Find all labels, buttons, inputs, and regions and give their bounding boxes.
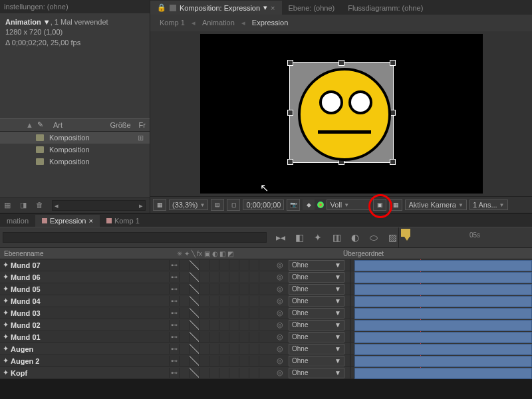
switch-cell[interactable] xyxy=(219,272,229,282)
switch-cell[interactable] xyxy=(179,344,189,354)
layer-bar[interactable] xyxy=(354,260,532,271)
switch-cell[interactable]: ⊷ xyxy=(169,272,179,282)
close-icon[interactable]: × xyxy=(271,4,275,12)
switch-cell[interactable] xyxy=(249,356,259,366)
switch-cell[interactable] xyxy=(189,368,199,378)
layer-name[interactable]: Augen xyxy=(11,345,166,353)
switch-cell[interactable] xyxy=(199,308,209,318)
col-layername[interactable]: Ebenenname xyxy=(0,250,173,257)
switch-cell[interactable] xyxy=(219,356,229,366)
tab-composition[interactable]: 🔒 Komposition: Expression ▾ × xyxy=(150,1,282,15)
camera-dropdown[interactable]: Aktive Kamera▼ xyxy=(405,200,466,210)
switch-cell[interactable]: ⊷ xyxy=(169,368,179,378)
parent-dropdown[interactable]: Ohne▼ xyxy=(289,272,344,283)
project-item[interactable]: Komposition⊞ xyxy=(0,132,150,144)
pickwhip-icon[interactable]: ◎ xyxy=(277,321,286,329)
layer-track[interactable] xyxy=(350,283,532,295)
switch-cell[interactable] xyxy=(229,308,239,318)
parent-dropdown[interactable]: Ohne▼ xyxy=(289,308,344,319)
region-icon[interactable]: ▣ xyxy=(373,199,386,211)
tab-flowchart[interactable]: Flussdiagramm: (ohne) xyxy=(341,1,430,15)
pickwhip-icon[interactable]: ◎ xyxy=(277,273,286,281)
switch-cell[interactable] xyxy=(229,284,239,294)
switch-cell[interactable] xyxy=(179,284,189,294)
layer-name[interactable]: Mund 05 xyxy=(11,285,166,293)
switch-cell[interactable] xyxy=(189,320,199,330)
col-parent[interactable]: Übergeordnet xyxy=(339,250,388,257)
switch-cell[interactable] xyxy=(179,320,189,330)
switch-cell[interactable] xyxy=(239,296,249,306)
project-item[interactable]: Komposition xyxy=(0,144,150,156)
parent-dropdown[interactable]: Ohne▼ xyxy=(289,296,344,307)
switch-cell[interactable] xyxy=(189,356,199,366)
switch-cell[interactable] xyxy=(249,332,259,342)
col-art[interactable]: Art xyxy=(49,120,106,130)
layer-row[interactable]: ✦Mund 04⊷◎Ohne▼ xyxy=(0,295,532,307)
switch-cell[interactable] xyxy=(199,368,209,378)
switch-cell[interactable] xyxy=(219,296,229,306)
time-display[interactable]: 0;00;00;00 xyxy=(243,200,284,210)
switch-cell[interactable] xyxy=(209,332,219,342)
project-item[interactable]: Komposition xyxy=(0,156,150,168)
switch-cell[interactable] xyxy=(189,344,199,354)
pickwhip-icon[interactable]: ◎ xyxy=(277,309,286,317)
switch-cell[interactable] xyxy=(259,332,269,342)
timeline-tab-active[interactable]: Expression × xyxy=(35,215,100,227)
lock-icon[interactable]: 🔒 xyxy=(157,3,166,12)
switch-cell[interactable] xyxy=(179,260,189,270)
channel-icon[interactable]: ◆ xyxy=(303,200,315,210)
pickwhip-icon[interactable]: ◎ xyxy=(277,356,286,365)
switch-cell[interactable] xyxy=(249,344,259,354)
resize-handle[interactable] xyxy=(287,110,293,116)
switch-cell[interactable] xyxy=(229,272,239,282)
layer-row[interactable]: ✦Mund 05⊷◎Ohne▼ xyxy=(0,283,532,295)
switch-cell[interactable] xyxy=(179,272,189,282)
switch-cell[interactable] xyxy=(259,320,269,330)
switch-cell[interactable] xyxy=(239,344,249,354)
col-size[interactable]: Größe xyxy=(106,120,134,130)
switch-cell[interactable] xyxy=(249,260,259,270)
zoom-dropdown[interactable]: (33,3%)▼ xyxy=(169,200,208,210)
switch-cell[interactable] xyxy=(219,368,229,378)
timeline-tab[interactable]: Komp 1 xyxy=(100,215,146,227)
twirl-icon[interactable]: ✦ xyxy=(0,309,11,317)
pickwhip-icon[interactable]: ◎ xyxy=(277,332,286,341)
ratio-icon[interactable]: ⊟ xyxy=(211,199,224,211)
switch-cell[interactable] xyxy=(199,284,209,294)
switch-cell[interactable] xyxy=(219,260,229,270)
layer-name[interactable]: Mund 07 xyxy=(11,261,166,269)
layer-bar[interactable] xyxy=(354,344,532,355)
switch-cell[interactable] xyxy=(229,344,239,354)
pickwhip-icon[interactable]: ◎ xyxy=(277,368,286,377)
bits-icon[interactable]: ◨ xyxy=(20,201,29,210)
switch-cell[interactable] xyxy=(209,320,219,330)
twirl-icon[interactable]: ✦ xyxy=(0,261,11,269)
shy-icon[interactable]: ✦ xyxy=(312,231,324,243)
layer-row[interactable]: ✦Augen⊷◎Ohne▼ xyxy=(0,343,532,355)
switch-cell[interactable] xyxy=(229,260,239,270)
time-ruler[interactable]: 05s xyxy=(398,227,532,247)
crumb[interactable]: Animation xyxy=(202,19,235,27)
switch-cell[interactable] xyxy=(229,296,239,306)
switch-cell[interactable] xyxy=(199,332,209,342)
switch-cell[interactable]: ⊷ xyxy=(169,284,179,294)
grid-icon[interactable]: ▦ xyxy=(153,199,166,211)
layer-name[interactable]: Kopf xyxy=(11,369,166,377)
switch-cell[interactable] xyxy=(259,260,269,270)
parent-dropdown[interactable]: Ohne▼ xyxy=(289,368,344,378)
switch-cell[interactable]: ⊷ xyxy=(169,296,179,306)
switch-cell[interactable] xyxy=(179,332,189,342)
crumb[interactable]: Komp 1 xyxy=(160,19,185,27)
layer-row[interactable]: ✦Mund 01⊷◎Ohne▼ xyxy=(0,331,532,343)
parent-dropdown[interactable]: Ohne▼ xyxy=(289,344,344,354)
switch-cell[interactable]: ⊷ xyxy=(169,332,179,342)
layer-name[interactable]: Mund 03 xyxy=(11,309,166,317)
dropdown-icon[interactable]: ▾ xyxy=(263,3,267,12)
parent-dropdown[interactable]: Ohne▼ xyxy=(289,320,344,331)
switch-cell[interactable] xyxy=(259,296,269,306)
snapshot-icon[interactable]: 📷 xyxy=(287,199,300,211)
switch-cell[interactable] xyxy=(239,332,249,342)
twirl-icon[interactable]: ✦ xyxy=(0,321,11,329)
switch-cell[interactable] xyxy=(249,284,259,294)
tab-layer[interactable]: Ebene: (ohne) xyxy=(282,1,342,15)
